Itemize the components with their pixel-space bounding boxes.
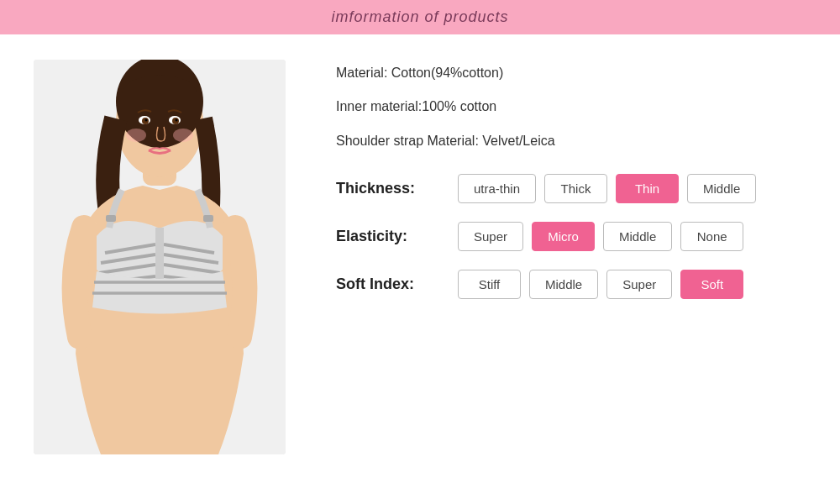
image-section — [0, 51, 319, 486]
svg-point-8 — [145, 119, 148, 122]
option-btn-thin[interactable]: Thin — [616, 174, 679, 203]
option-btn-super[interactable]: Super — [458, 222, 523, 251]
info-section: Material: Cotton(94%cotton) Inner materi… — [319, 51, 840, 486]
attributes-container: Thickness:utra-thinThickThinMiddleElasti… — [336, 174, 823, 318]
attribute-row-1: Elasticity:SuperMicroMiddleNone — [336, 222, 823, 251]
option-btn-stiff[interactable]: Stiff — [458, 270, 521, 299]
option-btn-thick[interactable]: Thick — [544, 174, 607, 203]
svg-point-11 — [173, 129, 193, 142]
attribute-row-2: Soft Index:StiffMiddleSuperSoft — [336, 270, 823, 299]
material-info: Material: Cotton(94%cotton) Inner materi… — [336, 64, 823, 165]
option-btn-utra-thin[interactable]: utra-thin — [458, 174, 536, 203]
option-btn-middle[interactable]: Middle — [687, 174, 756, 203]
material-line-2: Inner material:100% cotton — [336, 97, 823, 116]
svg-point-9 — [176, 119, 178, 122]
header-bar: imformation of products — [0, 0, 840, 34]
product-image — [34, 60, 286, 454]
attribute-label-2: Soft Index: — [336, 276, 458, 293]
svg-rect-23 — [106, 215, 116, 222]
option-btn-middle[interactable]: Middle — [529, 270, 598, 299]
attribute-label-0: Thickness: — [336, 180, 458, 197]
options-group-2: StiffMiddleSuperSoft — [458, 270, 743, 299]
option-btn-super[interactable]: Super — [606, 270, 672, 299]
option-btn-micro[interactable]: Micro — [532, 222, 595, 251]
material-line-1: Material: Cotton(94%cotton) — [336, 64, 823, 82]
option-btn-soft[interactable]: Soft — [680, 270, 743, 299]
options-group-1: SuperMicroMiddleNone — [458, 222, 743, 251]
attribute-row-0: Thickness:utra-thinThickThinMiddle — [336, 174, 823, 203]
svg-rect-24 — [203, 215, 213, 222]
product-illustration — [34, 60, 286, 454]
material-line-3: Shoulder strap Material: Velvet/Leica — [336, 132, 823, 150]
option-btn-none[interactable]: None — [680, 222, 743, 251]
svg-point-10 — [126, 129, 146, 142]
header-title: imformation of products — [331, 8, 508, 25]
main-content: Material: Cotton(94%cotton) Inner materi… — [0, 34, 840, 503]
attribute-label-1: Elasticity: — [336, 228, 458, 245]
options-group-0: utra-thinThickThinMiddle — [458, 174, 756, 203]
option-btn-middle[interactable]: Middle — [603, 222, 672, 251]
